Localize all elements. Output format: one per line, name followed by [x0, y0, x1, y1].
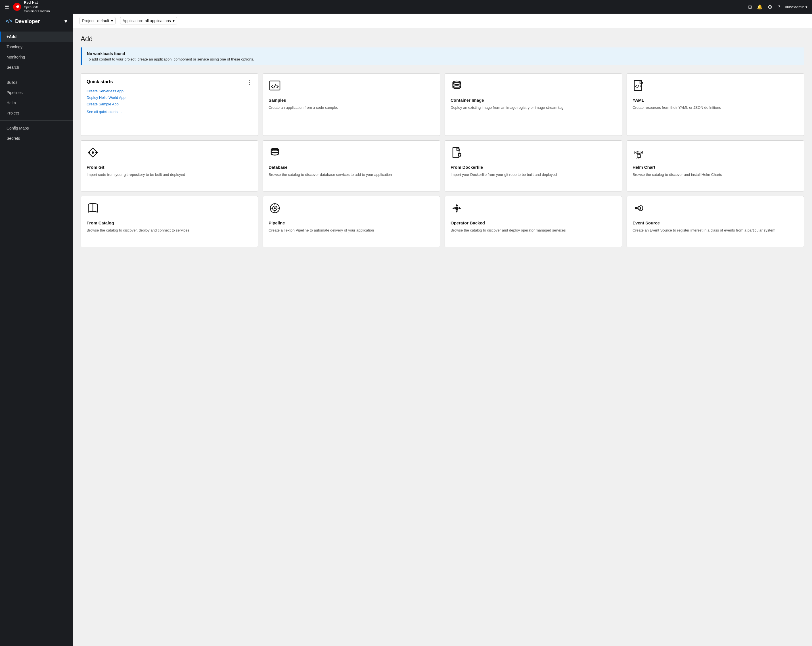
- application-dropdown-arrow: ▾: [172, 18, 175, 23]
- banner-text: To add content to your project, create a…: [87, 57, 799, 61]
- sidebar-item-search-label: Search: [6, 65, 19, 70]
- pipeline-title: Pipeline: [269, 220, 434, 225]
- sidebar-item-helm-label: Helm: [6, 101, 16, 105]
- from-git-card[interactable]: From Git Import code from your git repos…: [81, 140, 258, 191]
- svg-point-16: [637, 154, 641, 158]
- samples-card[interactable]: Samples Create an application from a cod…: [263, 73, 440, 136]
- sidebar-item-monitoring-label: Monitoring: [6, 55, 25, 60]
- topbar: Project: default ▾ Application: all appl…: [73, 14, 812, 28]
- sidebar-item-add-label: +Add: [6, 34, 17, 39]
- operator-backed-icon: [450, 202, 616, 217]
- svg-point-19: [274, 207, 276, 209]
- sidebar-item-config-maps[interactable]: Config Maps: [0, 123, 73, 133]
- svg-point-8: [89, 152, 90, 153]
- database-title: Database: [269, 165, 434, 170]
- project-label: Project:: [82, 18, 95, 23]
- see-all-label: See all quick starts: [87, 110, 118, 114]
- database-icon: [269, 146, 434, 161]
- operator-backed-card[interactable]: Operator Backed Browse the catalog to di…: [445, 196, 622, 247]
- operator-backed-title: Operator Backed: [450, 220, 616, 225]
- project-dropdown-arrow: ▾: [111, 18, 113, 23]
- application-value: all applications: [145, 18, 171, 23]
- help-icon[interactable]: ?: [778, 4, 780, 9]
- helm-chart-title: Helm Chart: [633, 165, 798, 170]
- from-catalog-title: From Catalog: [87, 220, 252, 225]
- yaml-title: YAML: [633, 98, 798, 103]
- sidebar-item-monitoring[interactable]: Monitoring: [0, 52, 73, 62]
- banner-title: No workloads found: [87, 51, 799, 56]
- quickstart-link-3[interactable]: Create Sample App: [87, 102, 252, 106]
- sidebar-item-topology-label: Topology: [6, 44, 23, 49]
- sidebar-nav: +Add Topology Monitoring Search Builds P…: [0, 29, 73, 146]
- user-menu[interactable]: kube:admin ▾: [785, 5, 807, 9]
- sidebar-item-search[interactable]: Search: [0, 62, 73, 72]
- quickstarts-title: Quick starts: [87, 79, 113, 84]
- bell-icon[interactable]: 🔔: [757, 4, 763, 10]
- main-content: Project: default ▾ Application: all appl…: [73, 14, 812, 646]
- quickstarts-menu-icon[interactable]: ⋮: [247, 79, 252, 86]
- page-area: Add No workloads found To add content to…: [73, 28, 812, 255]
- yaml-icon: [633, 79, 798, 94]
- sidebar-item-topology[interactable]: Topology: [0, 42, 73, 52]
- quickstarts-card[interactable]: Quick starts ⋮ Create Serverless App Dep…: [81, 73, 258, 136]
- pipeline-card[interactable]: Pipeline Create a Tekton Pipeline to aut…: [263, 196, 440, 247]
- project-value: default: [97, 18, 109, 23]
- event-source-desc: Create an Event Source to register inter…: [633, 228, 798, 233]
- container-image-card[interactable]: Container Image Deploy an existing image…: [445, 73, 622, 136]
- helm-chart-desc: Browse the catalog to discover and insta…: [633, 172, 798, 178]
- info-banner: No workloads found To add content to you…: [81, 47, 804, 65]
- database-desc: Browse the catalog to discover database …: [269, 172, 434, 178]
- sidebar-item-helm[interactable]: Helm: [0, 98, 73, 108]
- sidebar-item-project[interactable]: Project: [0, 108, 73, 118]
- grid-icon[interactable]: ⊞: [748, 4, 752, 10]
- dockerfile-icon: [450, 146, 616, 161]
- from-catalog-card[interactable]: From Catalog Browse the catalog to disco…: [81, 196, 258, 247]
- sidebar-item-pipelines[interactable]: Pipelines: [0, 87, 73, 98]
- from-dockerfile-card[interactable]: From Dockerfile Import your Dockerfile f…: [445, 140, 622, 191]
- yaml-desc: Create resources from their YAML or JSON…: [633, 105, 798, 110]
- helm-chart-icon: HELM: [633, 146, 798, 161]
- pipeline-icon: [269, 202, 434, 217]
- sidebar-item-builds-label: Builds: [6, 80, 17, 85]
- from-catalog-desc: Browse the catalog to discover, deploy a…: [87, 228, 252, 233]
- sidebar-item-builds[interactable]: Builds: [0, 77, 73, 87]
- event-source-card[interactable]: Event Source Create an Event Source to r…: [627, 196, 804, 247]
- app-logo: Red Hat OpenShift Container Platform: [12, 0, 50, 13]
- see-all-quickstarts[interactable]: See all quick starts →: [87, 110, 252, 114]
- navbar-actions: ⊞ 🔔 ⊕ ? kube:admin ▾: [748, 3, 807, 10]
- hamburger-menu[interactable]: ☰: [5, 4, 9, 10]
- yaml-card[interactable]: YAML Create resources from their YAML or…: [627, 73, 804, 136]
- git-icon: [87, 146, 252, 161]
- cards-grid: Quick starts ⋮ Create Serverless App Dep…: [81, 72, 804, 248]
- sidebar-item-pipelines-label: Pipelines: [6, 90, 23, 95]
- from-git-desc: Import code from your git repository to …: [87, 172, 252, 178]
- container-image-icon: [450, 79, 616, 94]
- helm-chart-card[interactable]: HELM Helm Chart Browse the catalog to di…: [627, 140, 804, 191]
- application-dropdown[interactable]: Application: all applications ▾: [120, 17, 177, 24]
- quickstart-link-1[interactable]: Create Serverless App: [87, 89, 252, 93]
- plus-icon[interactable]: ⊕: [768, 3, 772, 10]
- svg-point-9: [95, 152, 97, 153]
- app-body: </> Developer ▾ +Add Topology Monitoring…: [0, 14, 812, 646]
- sidebar-item-add[interactable]: +Add: [0, 32, 73, 42]
- application-label: Application:: [123, 18, 143, 23]
- navbar: ☰ Red Hat OpenShift Container Platform ⊞…: [0, 0, 812, 14]
- quickstart-link-2[interactable]: Deploy Hello World App: [87, 95, 252, 100]
- database-card[interactable]: Database Browse the catalog to discover …: [263, 140, 440, 191]
- event-source-title: Event Source: [633, 220, 798, 225]
- operator-backed-desc: Browse the catalog to discover and deplo…: [450, 228, 616, 233]
- see-all-arrow: →: [119, 110, 122, 114]
- sidebar-divider-1: [0, 75, 73, 75]
- pipeline-desc: Create a Tekton Pipeline to automate del…: [269, 228, 434, 233]
- from-dockerfile-title: From Dockerfile: [450, 165, 616, 170]
- event-source-icon: [633, 202, 798, 217]
- logo-text: Red Hat OpenShift Container Platform: [24, 0, 50, 13]
- redhat-logo-icon: [12, 2, 21, 11]
- perspective-dropdown-arrow: ▾: [64, 18, 67, 24]
- sidebar-item-secrets[interactable]: Secrets: [0, 133, 73, 144]
- samples-desc: Create an application from a code sample…: [269, 105, 434, 110]
- perspective-switcher[interactable]: </> Developer ▾: [0, 14, 73, 29]
- username: kube:admin: [785, 5, 804, 9]
- svg-rect-6: [634, 80, 642, 90]
- project-dropdown[interactable]: Project: default ▾: [79, 17, 116, 24]
